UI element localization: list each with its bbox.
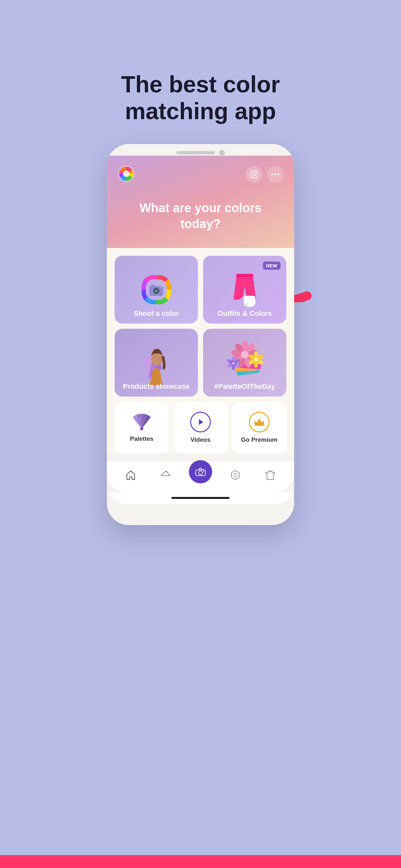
svg-point-2 [123,170,129,177]
nav-community[interactable] [222,469,248,481]
small-cards-grid: Palettes Videos [115,402,286,454]
go-premium-label: Go Premium [241,436,278,443]
more-options-button[interactable] [267,166,284,183]
headline-line2: matching app [125,98,276,124]
svg-point-59 [204,471,204,472]
svg-point-37 [254,351,258,358]
svg-point-58 [198,471,203,475]
svg-rect-3 [251,171,258,178]
svg-point-60 [234,473,237,476]
home-indicator-area [107,492,294,504]
crown-circle-icon [249,412,270,432]
products-showcase-card[interactable]: Products showcase [115,329,198,397]
products-showcase-label: Products showcase [123,382,190,391]
svg-point-43 [254,358,258,361]
headline-line1: The best color [121,71,280,97]
shoot-color-label: Shoot a color [134,309,179,318]
app-header: What are your colors today? [107,156,294,248]
svg-point-53 [140,427,143,430]
svg-point-34 [241,351,249,359]
svg-point-52 [232,362,235,365]
instagram-button[interactable] [246,166,263,183]
svg-point-8 [278,174,279,175]
nav-camera[interactable] [188,467,213,484]
svg-point-40 [254,361,258,368]
svg-rect-55 [255,425,264,426]
app-logo [117,165,135,184]
phone-mockup: What are your colors today? [107,144,294,525]
videos-label: Videos [190,436,211,443]
palette-of-day-card[interactable]: #PaletteOfTheDay [203,329,286,397]
phone-shell: What are your colors today? [107,144,294,525]
app-top-icons [246,166,284,183]
palette-of-day-label: #PaletteOfTheDay [214,382,275,391]
svg-rect-15 [236,274,253,277]
new-badge: NEW [263,261,281,270]
shoot-color-card[interactable]: Shoot a color [115,256,198,323]
app-screen: What are your colors today? [107,156,294,504]
palettes-card[interactable]: Palettes [115,402,169,454]
svg-point-19 [151,352,163,365]
nav-outfits[interactable] [257,469,283,481]
svg-marker-54 [199,419,204,425]
bottom-navigation [107,461,294,492]
headline: The best color matching app [121,71,280,125]
svg-point-12 [155,290,158,292]
svg-point-6 [272,174,273,175]
svg-point-14 [160,287,162,289]
svg-rect-13 [151,285,155,287]
svg-point-49 [232,365,235,370]
notch-circle [219,150,225,156]
phone-notch-bar [107,144,294,156]
nav-home[interactable] [118,469,144,481]
outfits-colors-label: Outfits & Colors [218,309,272,318]
nav-wardrobe[interactable] [153,469,179,481]
svg-point-46 [232,356,235,361]
palettes-icon [131,413,152,431]
camera-button[interactable] [189,460,212,484]
svg-point-7 [274,174,276,175]
svg-rect-18 [244,304,247,306]
app-tagline: What are your colors today? [117,194,284,232]
videos-card[interactable]: Videos [174,402,227,454]
svg-point-5 [256,172,257,173]
palettes-label: Palettes [130,435,154,442]
go-premium-card[interactable]: Go Premium [232,402,286,454]
main-grid: Shoot a color NEW [115,256,286,397]
app-content: Shoot a color NEW [107,248,294,454]
bottom-band [0,855,401,868]
svg-rect-17 [244,296,255,305]
play-circle-icon [190,412,211,432]
app-top-row [117,165,284,184]
home-indicator [172,497,229,499]
svg-point-4 [253,173,256,176]
notch-pill [176,151,215,154]
outfits-colors-card[interactable]: NEW [203,256,286,323]
